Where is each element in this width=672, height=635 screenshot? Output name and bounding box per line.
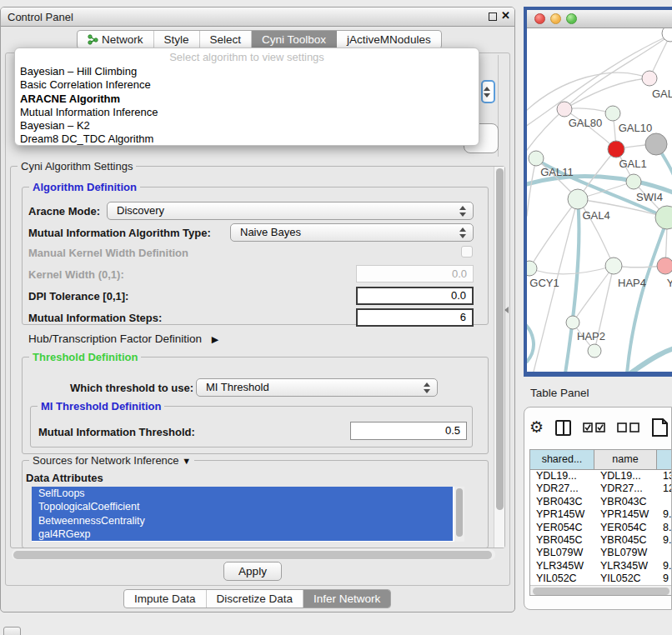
network-edge[interactable] — [564, 78, 649, 109]
network-edge[interactable] — [527, 109, 564, 150]
column-header-name[interactable]: name — [594, 450, 657, 469]
algorithm-dropdown-popup: Select algorithm to view settings Bayesi… — [14, 48, 479, 146]
tab-impute-data[interactable]: Impute Data — [124, 590, 207, 608]
network-node-gal10[interactable] — [605, 106, 620, 121]
tab-network[interactable]: Network — [78, 31, 154, 48]
algorithm-option[interactable]: Basic Correlation Inference — [15, 78, 479, 92]
list-item[interactable]: SelfLoops — [32, 487, 453, 500]
aracne-mode-select[interactable]: Discovery — [107, 202, 474, 220]
hub-expander[interactable]: Hub/Transcription Factor Definition ▶ — [28, 332, 218, 345]
table-horizontal-scrollbar[interactable] — [530, 585, 672, 596]
tab-discretize-data[interactable]: Discretize Data — [207, 590, 304, 608]
network-canvas[interactable]: GALGAL80GAL10GAL1SWI4GAL11GAL4GCY1HAP4YH… — [527, 28, 672, 372]
column-header-shared-name[interactable]: shared... — [530, 450, 594, 469]
network-node[interactable] — [608, 141, 624, 158]
network-node[interactable] — [588, 344, 601, 358]
attributes-scrollbar-thumb[interactable] — [456, 488, 463, 537]
network-node-gal[interactable] — [642, 71, 657, 86]
table-row[interactable]: YPR145WYPR145W9. — [530, 508, 672, 521]
minimize-traffic-light-icon[interactable] — [550, 13, 561, 24]
network-edge[interactable] — [529, 266, 614, 274]
network-edge[interactable] — [529, 199, 578, 268]
columns-icon[interactable] — [555, 420, 571, 436]
cyni-mode-tab-bar: Impute Data Discretize Data Infer Networ… — [123, 589, 391, 608]
tab-style[interactable]: Style — [154, 31, 200, 48]
network-edge[interactable] — [527, 322, 534, 362]
network-node-swi4[interactable] — [655, 206, 672, 229]
manual-kernel-width-checkbox[interactable] — [461, 246, 473, 258]
which-threshold-label: Which threshold to use: — [70, 382, 193, 394]
network-node-label: GAL80 — [569, 117, 602, 129]
list-item[interactable]: BetweennessCentrality — [32, 514, 453, 528]
expander-expanded-icon[interactable]: ▼ — [182, 456, 191, 466]
algorithm-option[interactable]: Dream8 DC_TDC Algorithm — [15, 132, 479, 146]
table-row[interactable]: YBL079WYBL079W — [530, 547, 672, 559]
attributes-vertical-scrollbar[interactable] — [454, 487, 464, 542]
mi-algorithm-type-select[interactable]: Naive Bayes — [230, 223, 474, 242]
algorithm-option[interactable]: Bayesian – Hill Climbing — [15, 65, 479, 78]
network-edge[interactable] — [627, 220, 667, 372]
gear-icon[interactable]: ⚙ — [529, 415, 544, 440]
table-row[interactable]: YLR345WYLR345W9. — [530, 560, 672, 572]
data-attributes-list[interactable]: SelfLoops TopologicalCoefficient Between… — [32, 487, 464, 542]
tab-jactivemnodules[interactable]: jActiveMNodules — [337, 31, 441, 48]
column-header-partial[interactable] — [657, 450, 672, 469]
export-table-icon[interactable] — [651, 418, 669, 438]
settings-hscrollbar-thumb[interactable] — [13, 551, 492, 559]
combo-spinner-focused[interactable] — [481, 80, 495, 103]
network-node-hap2[interactable] — [566, 316, 579, 329]
network-node-gal1[interactable] — [626, 174, 641, 189]
table-row[interactable]: YIL052CYIL052C9 — [530, 572, 672, 585]
mi-steps-field[interactable]: 6 — [356, 308, 474, 327]
expander-collapsed-icon[interactable]: ▶ — [212, 334, 218, 344]
apply-button[interactable]: Apply — [223, 562, 282, 581]
network-node-hap4[interactable] — [605, 258, 622, 274]
close-traffic-light-icon[interactable] — [534, 13, 545, 24]
splitpane-divider-arrow[interactable] — [504, 307, 509, 313]
algorithm-dropdown-placeholder: Select algorithm to view settings — [15, 51, 479, 65]
table-row[interactable]: YDR27...YDR27...12 — [530, 482, 672, 495]
table-row[interactable]: YBR045CYBR045C9. — [530, 534, 672, 547]
table-panel: ⚙ shared... name YDL19...YDL19...13 YDR2… — [524, 407, 672, 610]
network-view-window: GALGAL80GAL10GAL1SWI4GAL11GAL4GCY1HAP4YH… — [524, 7, 672, 377]
table-row[interactable]: YER054CYER054C8. — [530, 522, 672, 534]
table-row[interactable]: YDL19...YDL19...13 — [530, 470, 672, 482]
dpi-tolerance-field[interactable]: 0.0 — [356, 287, 474, 305]
which-threshold-select[interactable]: MI Threshold — [196, 378, 438, 397]
float-window-icon[interactable] — [489, 12, 497, 21]
network-edge[interactable] — [527, 158, 536, 216]
algorithm-option-selected[interactable]: ARACNE Algorithm — [15, 92, 479, 106]
table-hscrollbar-thumb[interactable] — [533, 588, 669, 595]
network-edge[interactable] — [630, 348, 672, 372]
network-window-titlebar[interactable] — [527, 10, 672, 28]
network-node[interactable] — [645, 133, 667, 155]
tab-infer-network[interactable]: Infer Network — [303, 590, 390, 608]
tab-cyni-toolbox[interactable]: Cyni Toolbox — [252, 31, 337, 48]
algorithm-option[interactable]: Bayesian – K2 — [15, 119, 479, 132]
select-all-columns-icon[interactable] — [583, 422, 605, 433]
tab-select[interactable]: Select — [200, 31, 253, 48]
network-edge[interactable] — [565, 201, 579, 372]
settings-scrollbar-thumb[interactable] — [496, 168, 504, 510]
settings-horizontal-scrollbar[interactable] — [12, 549, 495, 560]
data-attributes-label: Data Attributes — [26, 472, 103, 484]
network-node-gal4[interactable] — [568, 189, 588, 209]
close-icon[interactable]: ✕ — [501, 9, 510, 22]
zoom-traffic-light-icon[interactable] — [566, 13, 577, 24]
mi-threshold-field[interactable]: 0.5 — [350, 422, 467, 440]
network-node-gcy1[interactable] — [527, 261, 537, 276]
algorithm-option[interactable]: Mutual Information Inference — [15, 106, 479, 119]
network-node-gal80[interactable] — [557, 102, 572, 117]
table-row[interactable]: YBR043CYBR043C — [530, 496, 672, 508]
network-edge[interactable] — [527, 72, 649, 110]
sources-title[interactable]: Sources for Network Inference ▼ — [29, 454, 194, 467]
deselect-all-columns-icon[interactable] — [617, 422, 639, 433]
minimized-panel-icon[interactable] — [3, 627, 21, 635]
network-node-gal11[interactable] — [529, 151, 544, 166]
control-panel-titlebar[interactable]: Control Panel ✕ — [1, 8, 514, 27]
list-item[interactable]: gal4RGexp — [32, 528, 453, 541]
kernel-width-field[interactable]: 0.0 — [356, 265, 474, 282]
settings-vertical-scrollbar[interactable] — [494, 167, 504, 548]
list-item[interactable]: TopologicalCoefficient — [32, 500, 453, 513]
network-node-y[interactable] — [657, 258, 672, 274]
